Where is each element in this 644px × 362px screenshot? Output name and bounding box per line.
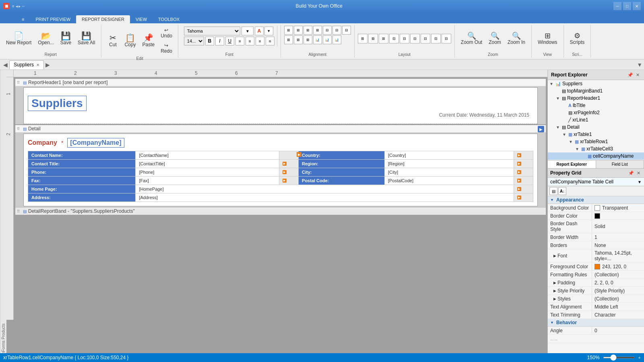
align-center-button[interactable]: ≡ (246, 37, 254, 45)
layout-btn9[interactable]: ⊟ (442, 34, 451, 43)
align-right-button[interactable]: ≡ (256, 37, 264, 45)
align-top-center[interactable]: ⊞ (294, 26, 303, 35)
tree-item-reportHeader1[interactable]: ▼ ▤ ReportHeader1 (548, 95, 644, 102)
align-spacing2[interactable]: ⊟ (332, 26, 341, 35)
tab-view[interactable]: VIEW (130, 15, 153, 23)
suppliers-tab[interactable]: Suppliers ✕ (9, 60, 44, 69)
tree-item-lbTitle[interactable]: A lbTitle (548, 102, 644, 109)
angle-value[interactable]: 0 (592, 327, 644, 334)
property-target-dropdown[interactable]: ▼ (638, 180, 642, 184)
tab-report-explorer[interactable]: Report Explorer (548, 160, 596, 168)
design-canvas[interactable]: 1 2 3 4 5 6 7 1 2 (6, 70, 547, 362)
align-top-justify[interactable]: ⊞ (313, 26, 322, 35)
detail-expand-button[interactable]: ▶ (538, 126, 544, 132)
row-expand-r1[interactable]: ▶ (517, 153, 521, 157)
justify-button[interactable]: ≡ (266, 37, 275, 45)
suppliers-tab-close[interactable]: ✕ (36, 63, 39, 67)
row-expand-2[interactable]: ▶ (283, 162, 287, 166)
open-button[interactable]: 📂 Open... (35, 30, 56, 47)
border-color-value[interactable] (592, 212, 644, 220)
report-header-design[interactable]: Suppliers Current Date: Wednesday, 11 Ma… (24, 88, 537, 124)
bg-color-value[interactable]: Transparent (592, 204, 644, 212)
cut-button[interactable]: ✂ Cut (105, 32, 121, 49)
tree-item-cellCompanyName[interactable]: ▦ cellCompanyName (548, 152, 644, 160)
row-expand-5[interactable]: ▶ (517, 187, 521, 191)
row-expand-6[interactable]: ▶ (517, 195, 521, 200)
prop-sort-alpha-button[interactable]: A↓ (558, 187, 566, 195)
tab-file[interactable]: ≡ (16, 15, 30, 23)
paste-button[interactable]: 📌 Paste (139, 32, 157, 49)
windows-button[interactable]: ⊞ Windows (535, 30, 560, 47)
align-left-button[interactable]: ≡ (235, 37, 244, 45)
layout-btn2[interactable]: ⊞ (368, 34, 378, 43)
padding-expand-arrow[interactable]: ▶ (553, 281, 556, 285)
layout-btn7[interactable]: ⊟ (421, 34, 430, 43)
font-size-dropdown[interactable]: ▼ (242, 27, 254, 35)
copy-button[interactable]: 📋 Copy (122, 32, 138, 49)
align-spacing[interactable]: ⊟ (323, 26, 332, 35)
border-width-value[interactable]: 1 (592, 233, 644, 241)
prop-grid-pin-button[interactable]: 📌 (628, 170, 634, 176)
tree-item-detail[interactable]: ▼ ▤ Detail (548, 123, 644, 131)
tree-item-xrPageInfo2[interactable]: ▤ xrPageInfo2 (548, 109, 644, 116)
tree-item-suppliers[interactable]: ▼ 📊 Suppliers (548, 80, 644, 87)
row-expand-1[interactable]: ▶ (297, 152, 301, 157)
styles-expand-arrow[interactable]: ▶ (553, 297, 556, 301)
tab-down-arrow[interactable]: ▼ (635, 62, 644, 68)
borders-value[interactable]: None (592, 241, 644, 249)
style-priority-value[interactable]: (Style Priority) (592, 287, 644, 294)
align-top-left[interactable]: ⊞ (284, 26, 293, 35)
font-color-arrow[interactable]: ▼ (264, 27, 273, 35)
text-align-value[interactable]: Middle Left (592, 303, 644, 311)
fg-color-value[interactable]: 243, 120, 0 (592, 263, 644, 270)
font-name-select[interactable]: Tahoma (184, 27, 240, 35)
tab-toolbox[interactable]: TOOLBOX (153, 15, 185, 23)
font-expand-arrow[interactable]: ▶ (553, 254, 556, 258)
tree-item-topMarginBand1[interactable]: ▤ topMarginBand1 (548, 87, 644, 95)
align-top-right[interactable]: ⊞ (303, 26, 312, 35)
align-chart[interactable]: 📊 (313, 35, 322, 44)
close-button[interactable]: ✕ (633, 2, 641, 10)
row-expand-r4[interactable]: ▶ (517, 179, 521, 183)
padding-value[interactable]: 2, 2, 0, 0 (592, 279, 644, 286)
row-expand-r2[interactable]: ▶ (517, 162, 521, 166)
font-size-select[interactable]: 14... (184, 37, 204, 45)
row-expand-3[interactable]: ▶ (283, 170, 287, 174)
layout-btn3[interactable]: ⊞ (379, 34, 388, 43)
tab-report-designer[interactable]: REPORT DESIGNER (76, 15, 130, 23)
align-mid-left[interactable]: ⊞ (284, 35, 293, 44)
font-color-a-button[interactable]: A (255, 27, 264, 35)
tab-print-preview[interactable]: PRINT PREVIEW (30, 15, 76, 23)
layout-btn4[interactable]: ⊟ (389, 34, 399, 43)
maximize-button[interactable]: □ (623, 2, 631, 10)
save-button[interactable]: 💾 Save (58, 30, 74, 47)
align-mid-right[interactable]: ⊞ (303, 35, 312, 44)
formatting-rules-value[interactable]: (Collection) (592, 271, 644, 278)
tree-item-xrTableRow1[interactable]: ▼ ▦ xrTableRow1 (548, 138, 644, 145)
scripts-button[interactable]: ⚙ Scripts (567, 30, 588, 47)
tab-prev-arrow[interactable]: ◀ (2, 62, 9, 68)
italic-button[interactable]: I (215, 37, 224, 45)
zoom-out-button[interactable]: 🔍 Zoom Out (458, 30, 485, 47)
border-dash-value[interactable]: Solid (592, 220, 644, 233)
redo-button[interactable]: ↪ Redo (158, 41, 175, 56)
bold-button[interactable]: B (205, 37, 214, 45)
align-mid-center[interactable]: ⊞ (294, 35, 303, 44)
prop-grid-close-button[interactable]: ✕ (635, 170, 642, 176)
underline-button[interactable]: U (225, 37, 234, 45)
tab-next-arrow[interactable]: ▶ (44, 62, 52, 68)
text-trimming-value[interactable]: Character (592, 311, 644, 319)
prop-sort-category-button[interactable]: ▤ (549, 187, 557, 195)
report-explorer-pin-button[interactable]: 📌 (627, 72, 634, 78)
appearance-section[interactable]: ▼ Appearance (548, 196, 644, 204)
behavior-section[interactable]: ▼ Behavior (548, 319, 644, 327)
layout-btn5[interactable]: ⊟ (400, 34, 409, 43)
minimize-button[interactable]: ─ (613, 2, 621, 10)
row-expand-4[interactable]: ▶ (283, 179, 287, 183)
save-all-button[interactable]: 💾 Save All (75, 30, 98, 47)
layout-btn1[interactable]: ⊞ (358, 34, 367, 43)
tree-item-xrTableCell3[interactable]: ▼ ▦ xrTableCell3 (548, 145, 644, 152)
zoom-increase-button[interactable]: + (638, 355, 641, 360)
tree-item-xrLine1[interactable]: ╱ xrLine1 (548, 116, 644, 123)
align-spacing3[interactable]: ⊟ (342, 26, 351, 35)
